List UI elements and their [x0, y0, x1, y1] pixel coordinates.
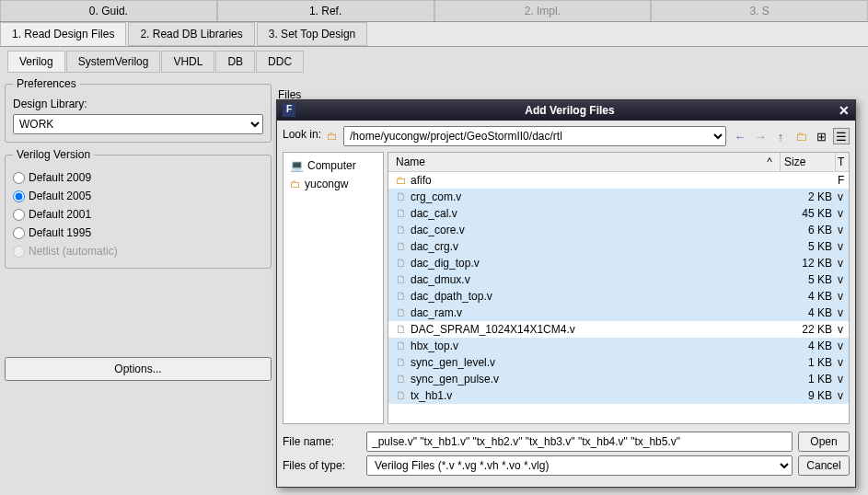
forward-icon[interactable]: → — [752, 128, 769, 144]
step-tabs: 1. Read Design Files 2. Read DB Librarie… — [0, 22, 868, 47]
col-type[interactable]: T — [836, 153, 849, 171]
filename-input[interactable] — [366, 432, 793, 452]
tab-set-top[interactable]: 3. Set Top Design — [257, 22, 368, 46]
cancel-button[interactable]: Cancel — [798, 455, 850, 476]
col-size[interactable]: Size — [781, 153, 836, 171]
verilog-version-legend: Verilog Version — [13, 148, 94, 161]
tab-read-design[interactable]: 1. Read Design Files — [0, 22, 126, 46]
file-row[interactable]: 🗋dac_dmux.v5 KBv — [388, 271, 849, 288]
preferences-group: Preferences Design Library: WORK — [5, 77, 272, 143]
places-sidebar: 💻Computer 🗀yucongw — [283, 152, 384, 424]
file-row[interactable]: 🗋sync_gen_level.v1 KBv — [388, 354, 849, 371]
file-list-header: Name^ Size T — [388, 153, 849, 172]
folder-icon: 🗀 — [327, 130, 338, 143]
file-row[interactable]: 🗋dac_dig_top.v12 KBv — [388, 255, 849, 271]
file-icon: 🗋 — [396, 340, 407, 352]
place-home[interactable]: 🗀yucongw — [287, 175, 379, 193]
computer-icon: 💻 — [290, 159, 304, 172]
add-verilog-files-dialog: F Add Verilog Files ✕ Look in: 🗀 /home/y… — [276, 99, 856, 488]
app-icon: F — [283, 104, 295, 117]
tab-systemverilog[interactable]: SystemVerilog — [66, 51, 161, 73]
filetype-select[interactable]: Verilog Files (*.v *.vg *.vh *.vo *.vlg) — [366, 455, 793, 476]
place-computer[interactable]: 💻Computer — [287, 156, 379, 175]
file-row[interactable]: 🗋crg_com.v2 KBv — [388, 189, 849, 205]
dialog-title: Add Verilog Files — [301, 104, 839, 117]
radio-1995[interactable] — [13, 227, 25, 239]
file-icon: 🗋 — [396, 240, 407, 253]
hdl-tabs: Verilog SystemVerilog VHDL DB DDC — [7, 51, 868, 73]
preferences-legend: Preferences — [13, 77, 80, 90]
file-icon: 🗋 — [396, 207, 407, 220]
folder-row[interactable]: 🗀afifoF — [388, 172, 849, 189]
file-row[interactable]: 🗋dac_dpath_top.v4 KBv — [388, 288, 849, 305]
file-icon: 🗋 — [396, 290, 407, 303]
file-icon: 🗋 — [396, 273, 407, 286]
tab-3[interactable]: 3. S — [651, 0, 868, 21]
file-icon: 🗋 — [396, 190, 407, 203]
radio-netlist — [13, 246, 25, 258]
lookin-label: Look in: — [283, 128, 321, 141]
options-button[interactable]: Options... — [5, 357, 272, 381]
lookin-path-select[interactable]: /home/yucongw/project/GeoStormII0/dac/rt… — [343, 126, 726, 146]
dialog-titlebar[interactable]: F Add Verilog Files ✕ — [277, 100, 855, 121]
file-list[interactable]: Name^ Size T 🗀afifoF🗋crg_com.v2 KBv🗋dac_… — [388, 152, 850, 424]
file-row[interactable]: 🗋tx_hb1.v9 KBv — [388, 387, 849, 404]
tab-ddc[interactable]: DDC — [256, 51, 304, 73]
tab-vhdl[interactable]: VHDL — [161, 51, 214, 73]
filetype-label: Files of type: — [283, 459, 361, 472]
file-row[interactable]: 🗋dac_crg.v5 KBv — [388, 238, 849, 255]
filename-label: File name: — [283, 435, 361, 448]
phase-tabs: 0. Guid. 1. Ref. 2. Impl. 3. S — [0, 0, 868, 22]
tab-impl[interactable]: 2. Impl. — [434, 0, 652, 21]
file-row[interactable]: 🗋dac_cal.v45 KBv — [388, 205, 849, 222]
file-row[interactable]: 🗋sync_gen_pulse.v1 KBv — [388, 371, 849, 387]
detail-view-icon[interactable]: ☰ — [833, 128, 850, 144]
tab-db[interactable]: DB — [215, 51, 255, 73]
file-icon: 🗋 — [396, 257, 407, 270]
radio-2005[interactable] — [13, 190, 25, 202]
tab-verilog[interactable]: Verilog — [7, 51, 65, 73]
tab-guid[interactable]: 0. Guid. — [0, 0, 217, 21]
file-icon: 🗋 — [396, 356, 407, 369]
close-icon[interactable]: ✕ — [839, 103, 850, 118]
new-folder-icon[interactable]: 🗀 — [793, 128, 809, 144]
radio-2001[interactable] — [13, 209, 25, 221]
col-name[interactable]: Name^ — [388, 153, 781, 171]
sort-asc-icon: ^ — [767, 155, 772, 168]
file-row[interactable]: 🗋hbx_top.v4 KBv — [388, 338, 849, 354]
folder-icon: 🗀 — [290, 178, 301, 190]
tab-read-db[interactable]: 2. Read DB Libraries — [128, 22, 254, 46]
back-icon[interactable]: ← — [732, 128, 748, 144]
file-row[interactable]: 🗋dac_ram.v4 KBv — [388, 305, 849, 321]
design-library-label: Design Library: — [13, 98, 263, 110]
tab-ref[interactable]: 1. Ref. — [217, 0, 434, 21]
file-row[interactable]: 🗋dac_core.v6 KBv — [388, 222, 849, 238]
folder-icon: 🗀 — [396, 174, 407, 187]
up-icon[interactable]: ↑ — [772, 128, 789, 144]
file-icon: 🗋 — [396, 224, 407, 236]
list-view-icon[interactable]: ⊞ — [813, 128, 829, 144]
design-library-select[interactable]: WORK — [13, 114, 263, 134]
verilog-version-group: Verilog Version Default 2009 Default 200… — [5, 148, 272, 269]
file-row[interactable]: 🗋DAC_SPRAM_1024X14X1CM4.v22 KBv — [388, 321, 849, 338]
open-button[interactable]: Open — [798, 432, 850, 452]
file-icon: 🗋 — [396, 306, 407, 319]
file-icon: 🗋 — [396, 373, 407, 386]
file-icon: 🗋 — [396, 389, 407, 402]
file-icon: 🗋 — [396, 323, 407, 336]
radio-2009[interactable] — [13, 172, 25, 184]
